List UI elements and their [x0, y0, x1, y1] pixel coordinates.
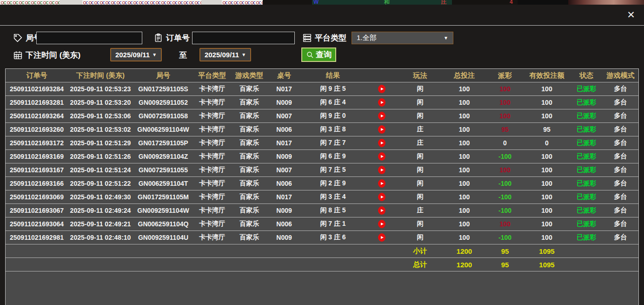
header-cell: 玩法 — [398, 69, 442, 82]
cell-play-type: 闲 — [398, 217, 442, 230]
subtotal-row-empty — [570, 244, 603, 258]
cell-play-type: 闲 — [398, 82, 442, 95]
chevron-down-icon: ▼ — [444, 35, 448, 41]
cell-table-no: N017 — [268, 190, 300, 203]
play-icon[interactable] — [378, 179, 385, 188]
search-button[interactable]: 查询 — [301, 47, 336, 62]
cell-replay — [365, 136, 398, 149]
cell-payout: 100 — [486, 96, 524, 109]
cell-game-mode: 多台 — [603, 217, 638, 230]
background-game-strip: W 和 庄 4 — [0, 0, 644, 5]
cell-platform: 卡卡湾厅 — [193, 190, 231, 203]
cell-replay — [365, 123, 398, 136]
cell-game-mode: 多台 — [603, 204, 638, 217]
cell-game-no: GN00725911055 — [133, 163, 193, 176]
cell-bet-time: 2025-09-11 02:51:29 — [68, 136, 133, 149]
play-icon[interactable] — [378, 220, 385, 228]
play-icon[interactable] — [378, 85, 385, 93]
cell-payout: 95 — [486, 123, 524, 136]
play-icon[interactable] — [378, 166, 385, 174]
play-triangle — [381, 88, 384, 90]
cell-replay — [365, 177, 398, 190]
date-to-picker[interactable]: 2025/09/11 ▼ — [199, 48, 251, 61]
cell-game-type: 百家乐 — [231, 109, 268, 122]
cell-replay — [365, 109, 398, 122]
total-row-empty — [231, 258, 268, 271]
cell-game-no: GN0092591104W — [133, 204, 193, 217]
cell-bet-time: 2025-09-11 02:53:20 — [68, 96, 133, 109]
cell-game-type: 百家乐 — [231, 204, 268, 217]
header-cell: 局号 — [133, 69, 193, 82]
background-logo: W — [312, 0, 325, 5]
header-cell: 结果 — [300, 69, 365, 82]
platform-select-value: 1.全部 — [357, 34, 377, 42]
total-row-label: 总计 — [398, 258, 442, 271]
play-triangle — [381, 169, 384, 171]
total-row-empty — [603, 258, 638, 271]
table-row: 2509110216930642025-09-11 02:49:21GN0062… — [6, 217, 638, 231]
cell-valid-bet: 100 — [524, 204, 570, 217]
table-header-row: 订单号下注时间 (美东)局号平台类型游戏类型桌号结果玩法总投注派彩有效投注额状态… — [6, 69, 638, 82]
subtotal-row-empty — [300, 244, 365, 258]
cell-status: 已派彩 — [570, 217, 603, 230]
play-icon[interactable] — [378, 125, 385, 134]
cell-total-bet: 100 — [442, 204, 486, 217]
cell-result: 闲 3 庄 6 — [300, 231, 365, 244]
subtotal-row-empty — [193, 244, 231, 258]
cell-game-type: 百家乐 — [231, 150, 268, 163]
header-cell: 订单号 — [6, 69, 68, 82]
cell-order-no: 250911021692981 — [6, 231, 68, 244]
cell-total-bet: 100 — [442, 96, 486, 109]
order-no-labelgroup: 订单号 — [153, 32, 190, 44]
cell-total-bet: 100 — [442, 123, 486, 136]
subtotal-row-valid: 1095 — [524, 244, 570, 258]
header-cell: 游戏模式 — [603, 69, 638, 82]
play-triangle — [381, 142, 384, 144]
play-triangle — [381, 236, 384, 239]
play-icon[interactable] — [378, 152, 385, 161]
cell-bet-time: 2025-09-11 02:49:21 — [68, 217, 133, 230]
cell-valid-bet: 100 — [524, 150, 570, 163]
cell-game-no: GN00725911058 — [133, 109, 193, 122]
subtotal-row-bet: 1200 — [442, 244, 486, 258]
play-icon[interactable] — [378, 193, 385, 201]
cell-table-no: N007 — [268, 109, 300, 122]
cell-platform: 卡卡湾厅 — [193, 163, 231, 176]
subtotal-row-empty — [6, 244, 68, 258]
play-icon[interactable] — [378, 112, 385, 120]
subtotal-row: 小计1200951095 — [6, 244, 638, 258]
play-icon[interactable] — [378, 233, 385, 242]
platform-select[interactable]: 1.全部 ▼ — [352, 32, 453, 44]
close-icon[interactable]: ✕ — [625, 9, 637, 21]
game-no-input[interactable] — [36, 32, 142, 44]
play-triangle — [381, 128, 384, 131]
cell-platform: 卡卡湾厅 — [193, 217, 231, 230]
cell-game-type: 百家乐 — [231, 163, 268, 176]
background-bet-table: 和 庄 — [325, 0, 452, 5]
cell-table-no: N009 — [268, 204, 300, 217]
header-cell: 状态 — [570, 69, 603, 82]
cell-total-bet: 100 — [442, 177, 486, 190]
cell-valid-bet: 100 — [524, 177, 570, 190]
cell-table-no: N017 — [268, 82, 300, 95]
cell-play-type: 闲 — [398, 190, 442, 203]
cell-order-no: 250911021693166 — [6, 177, 68, 190]
play-icon[interactable] — [378, 98, 385, 107]
play-icon[interactable] — [378, 206, 385, 215]
cell-game-type: 百家乐 — [231, 231, 268, 244]
cell-status: 已派彩 — [570, 231, 603, 244]
play-icon[interactable] — [378, 139, 385, 147]
cell-game-mode: 多台 — [603, 96, 638, 109]
cell-payout: -100 — [486, 204, 524, 217]
cell-game-mode: 多台 — [603, 231, 638, 244]
date-from-picker[interactable]: 2025/09/11 ▼ — [110, 48, 162, 61]
cell-play-type: 闲 — [398, 96, 442, 109]
calendar-icon — [13, 50, 23, 60]
cell-table-no: N006 — [268, 177, 300, 190]
cell-payout: -100 — [486, 150, 524, 163]
order-no-input[interactable] — [192, 32, 295, 44]
total-row-valid: 1095 — [524, 258, 570, 271]
cell-platform: 卡卡湾厅 — [193, 177, 231, 190]
cell-game-no: GN0092591104Z — [133, 150, 193, 163]
header-cell: 游戏类型 — [231, 69, 268, 82]
